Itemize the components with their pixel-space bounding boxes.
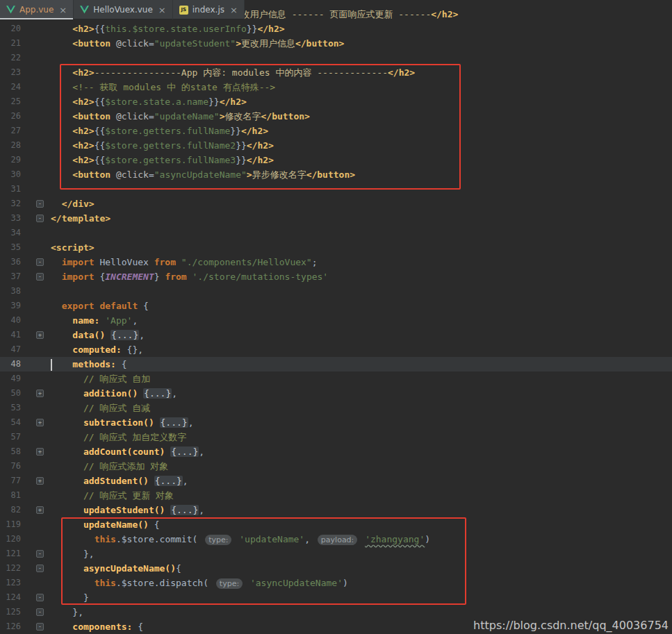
line-number[interactable]: 77 — [0, 474, 21, 488]
code-line-122[interactable]: 122- asyncUpdateName(){ — [0, 561, 672, 576]
code-line-82[interactable]: 82+ updateStudent() {...}, — [0, 503, 672, 517]
code-line-121[interactable]: 121- }, — [0, 547, 672, 561]
line-number[interactable]: 82 — [0, 503, 21, 517]
line-number[interactable]: 50 — [0, 386, 21, 401]
line-number[interactable]: 53 — [0, 401, 21, 415]
tab-close-icon[interactable]: × — [230, 6, 238, 15]
fold-icon[interactable]: - — [36, 258, 44, 266]
code-line-30[interactable]: 30 <button @click="asyncUpdateName">异步修改… — [0, 167, 672, 182]
code-line-48[interactable]: 48 methods: { — [0, 357, 672, 372]
code-line-39[interactable]: 39 export default { — [0, 299, 672, 313]
line-number[interactable]: 27 — [0, 124, 21, 138]
line-number[interactable]: 47 — [0, 342, 21, 357]
line-number[interactable]: 125 — [0, 605, 21, 619]
line-number[interactable]: 30 — [0, 167, 21, 182]
line-number[interactable]: 40 — [0, 313, 21, 328]
code-line-41[interactable]: 41+ data() {...}, — [0, 328, 672, 342]
code-line-31[interactable]: 31 — [0, 182, 672, 197]
line-number[interactable]: 57 — [0, 430, 21, 444]
code-line-26[interactable]: 26 <button @click="updateName">修改名字</but… — [0, 109, 672, 124]
code-line-124[interactable]: 124- } — [0, 590, 672, 605]
fold-icon[interactable]: + — [36, 448, 44, 456]
code-line-54[interactable]: 54+ subtraction() {...}, — [0, 415, 672, 430]
fold-icon[interactable]: + — [36, 331, 44, 339]
fold-icon[interactable]: + — [36, 390, 44, 397]
line-number[interactable]: 21 — [0, 36, 21, 51]
code-line-35[interactable]: 35<script> — [0, 240, 672, 255]
fold-icon[interactable]: - — [36, 273, 44, 281]
code-line-24[interactable]: 24 <!-- 获取 modules 中 的state 有点特殊--> — [0, 80, 672, 94]
code-line-32[interactable]: 32- </div> — [0, 197, 672, 211]
line-number[interactable]: 76 — [0, 459, 21, 474]
line-number[interactable]: 81 — [0, 488, 21, 503]
fold-icon[interactable]: - — [36, 215, 44, 222]
line-number[interactable]: 123 — [0, 576, 21, 590]
editor-pane[interactable]: 19 <h2>----------------App 内容: 更改用户信息 --… — [0, 0, 672, 634]
line-number[interactable]: 36 — [0, 255, 21, 269]
line-number[interactable]: 37 — [0, 269, 21, 284]
code-line-25[interactable]: 25 <h2>{{$store.state.a.name}}</h2> — [0, 94, 672, 109]
code-line-47[interactable]: 47 computed: {}, — [0, 342, 672, 357]
code-line-81[interactable]: 81 // 响应式 更新 对象 — [0, 488, 672, 503]
line-number[interactable]: 26 — [0, 109, 21, 124]
code-line-34[interactable]: 34 — [0, 226, 672, 240]
fold-icon[interactable]: + — [36, 477, 44, 485]
line-number[interactable]: 124 — [0, 590, 21, 605]
code-line-125[interactable]: 125- }, — [0, 605, 672, 619]
code-line-23[interactable]: 23 <h2>----------------App 内容: modules 中… — [0, 65, 672, 80]
line-number[interactable]: 38 — [0, 284, 21, 299]
code-line-58[interactable]: 58+ addCount(count) {...}, — [0, 444, 672, 459]
tab-app-vue[interactable]: App.vue× — [0, 0, 74, 19]
line-number[interactable]: 32 — [0, 197, 21, 211]
line-number[interactable]: 122 — [0, 561, 21, 576]
line-number[interactable]: 120 — [0, 532, 21, 547]
line-number[interactable]: 34 — [0, 226, 21, 240]
line-number[interactable]: 39 — [0, 299, 21, 313]
line-number[interactable]: 31 — [0, 182, 21, 197]
line-number[interactable]: 33 — [0, 211, 21, 226]
line-number[interactable]: 41 — [0, 328, 21, 342]
code-line-49[interactable]: 49 // 响应式 自加 — [0, 372, 672, 386]
fold-icon[interactable]: - — [36, 623, 44, 631]
tab-index-js[interactable]: JSindex.js× — [173, 0, 245, 19]
code-line-76[interactable]: 76 // 响应式添加 对象 — [0, 459, 672, 474]
code-line-36[interactable]: 36- import HelloVuex from "./components/… — [0, 255, 672, 269]
line-number[interactable]: 20 — [0, 22, 21, 36]
line-number[interactable]: 54 — [0, 415, 21, 430]
line-number[interactable]: 25 — [0, 94, 21, 109]
tab-hellovuex-vue[interactable]: HelloVuex.vue× — [74, 0, 173, 19]
line-number[interactable]: 58 — [0, 444, 21, 459]
fold-icon[interactable]: - — [36, 550, 44, 558]
code-line-21[interactable]: 21 <button @click="updateStudent">更改用户信息… — [0, 36, 672, 51]
code-line-33[interactable]: 33-</template> — [0, 211, 672, 226]
code-line-27[interactable]: 27 <h2>{{$store.getters.fullName}}</h2> — [0, 124, 672, 138]
code-line-22[interactable]: 22 — [0, 51, 672, 65]
line-number[interactable]: 49 — [0, 372, 21, 386]
tab-close-icon[interactable]: × — [59, 6, 67, 15]
code-line-40[interactable]: 40 name: 'App', — [0, 313, 672, 328]
line-number[interactable]: 126 — [0, 619, 21, 634]
code-line-20[interactable]: 20 <h2>{{this.$store.state.userInfo}}</h… — [0, 22, 672, 36]
fold-icon[interactable]: + — [36, 506, 44, 514]
line-number[interactable]: 35 — [0, 240, 21, 255]
fold-icon[interactable]: - — [36, 200, 44, 208]
line-number[interactable]: 23 — [0, 65, 21, 80]
line-number[interactable]: 48 — [0, 357, 21, 372]
code-line-57[interactable]: 57 // 响应式 加自定义数字 — [0, 430, 672, 444]
code-line-28[interactable]: 28 <h2>{{$store.getters.fullName2}}</h2> — [0, 138, 672, 153]
line-number[interactable]: 28 — [0, 138, 21, 153]
tab-close-icon[interactable]: × — [158, 6, 166, 15]
line-number[interactable]: 29 — [0, 153, 21, 167]
line-number[interactable]: 24 — [0, 80, 21, 94]
line-number[interactable]: 121 — [0, 547, 21, 561]
fold-icon[interactable]: - — [36, 608, 44, 616]
code-line-37[interactable]: 37- import {INCREMENT} from './store/mut… — [0, 269, 672, 284]
code-line-123[interactable]: 123 this.$store.dispatch( type: 'asyncUp… — [0, 576, 672, 590]
code-line-50[interactable]: 50+ addition() {...}, — [0, 386, 672, 401]
code-line-53[interactable]: 53 // 响应式 自减 — [0, 401, 672, 415]
fold-icon[interactable]: - — [36, 594, 44, 601]
fold-icon[interactable]: + — [36, 419, 44, 426]
fold-icon[interactable]: - — [36, 565, 44, 572]
code-line-119[interactable]: 119 updateName() { — [0, 517, 672, 532]
line-number[interactable]: 22 — [0, 51, 21, 65]
